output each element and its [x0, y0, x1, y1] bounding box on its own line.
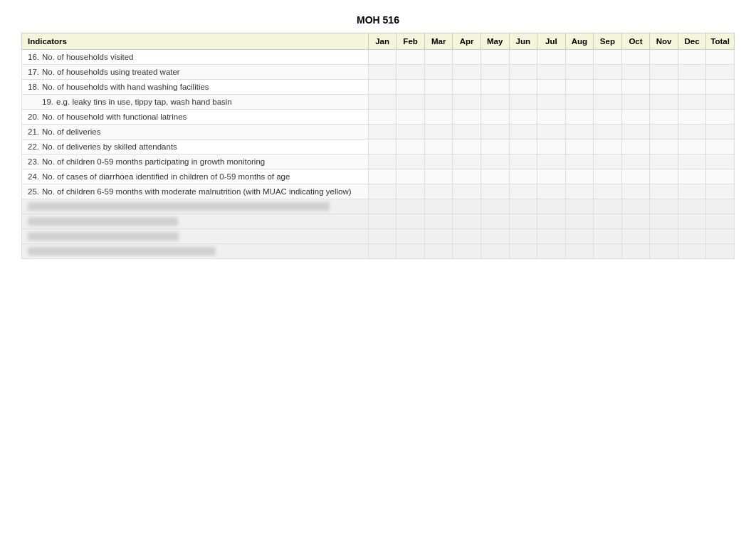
data-cell-22-5[interactable]: [509, 140, 537, 155]
data-cell-25-12[interactable]: [706, 184, 735, 199]
data-cell-19-11[interactable]: [678, 95, 706, 110]
data-cell-27b-7[interactable]: [565, 229, 594, 244]
data-cell-20-0[interactable]: [368, 110, 397, 125]
data-cell-17-7[interactable]: [565, 65, 594, 80]
data-cell-19-8[interactable]: [594, 95, 622, 110]
data-cell-21-4[interactable]: [481, 125, 509, 140]
data-cell-19-2[interactable]: [424, 95, 453, 110]
data-cell-27b-2[interactable]: [424, 229, 453, 244]
data-cell-24-3[interactable]: [453, 169, 481, 184]
data-cell-28-8[interactable]: [594, 244, 622, 259]
data-cell-26-5[interactable]: [509, 199, 537, 214]
data-cell-22-4[interactable]: [481, 140, 509, 155]
data-cell-20-9[interactable]: [621, 110, 650, 125]
data-cell-28-2[interactable]: [424, 244, 453, 259]
data-cell-18-7[interactable]: [565, 80, 594, 95]
data-cell-27-3[interactable]: [453, 214, 481, 229]
data-cell-28-5[interactable]: [509, 244, 537, 259]
data-cell-20-1[interactable]: [397, 110, 425, 125]
data-cell-27-10[interactable]: [650, 214, 678, 229]
data-cell-20-10[interactable]: [650, 110, 678, 125]
data-cell-16-11[interactable]: [678, 50, 706, 65]
data-cell-23-0[interactable]: [368, 155, 397, 169]
data-cell-17-5[interactable]: [509, 65, 537, 80]
data-cell-19-12[interactable]: [706, 95, 735, 110]
data-cell-17-6[interactable]: [537, 65, 566, 80]
data-cell-21-10[interactable]: [650, 125, 678, 140]
data-cell-25-1[interactable]: [397, 184, 425, 199]
data-cell-23-4[interactable]: [481, 155, 509, 169]
data-cell-24-1[interactable]: [397, 169, 425, 184]
data-cell-25-2[interactable]: [424, 184, 453, 199]
data-cell-21-2[interactable]: [424, 125, 453, 140]
data-cell-16-4[interactable]: [481, 50, 509, 65]
data-cell-16-8[interactable]: [594, 50, 622, 65]
data-cell-17-2[interactable]: [424, 65, 453, 80]
data-cell-26-12[interactable]: [706, 199, 735, 214]
data-cell-27b-8[interactable]: [594, 229, 622, 244]
data-cell-27b-0[interactable]: [368, 229, 397, 244]
data-cell-27-9[interactable]: [621, 214, 650, 229]
data-cell-23-2[interactable]: [424, 155, 453, 169]
data-cell-28-7[interactable]: [565, 244, 594, 259]
data-cell-23-5[interactable]: [509, 155, 537, 169]
data-cell-23-8[interactable]: [594, 155, 622, 169]
data-cell-23-10[interactable]: [650, 155, 678, 169]
data-cell-25-0[interactable]: [368, 184, 397, 199]
data-cell-27b-5[interactable]: [509, 229, 537, 244]
data-cell-19-5[interactable]: [509, 95, 537, 110]
data-cell-22-6[interactable]: [537, 140, 566, 155]
data-cell-17-1[interactable]: [397, 65, 425, 80]
data-cell-16-12[interactable]: [706, 50, 735, 65]
data-cell-20-4[interactable]: [481, 110, 509, 125]
data-cell-22-11[interactable]: [678, 140, 706, 155]
data-cell-22-3[interactable]: [453, 140, 481, 155]
data-cell-17-0[interactable]: [368, 65, 397, 80]
data-cell-18-5[interactable]: [509, 80, 537, 95]
data-cell-25-11[interactable]: [678, 184, 706, 199]
data-cell-27-7[interactable]: [565, 214, 594, 229]
data-cell-17-8[interactable]: [594, 65, 622, 80]
data-cell-28-9[interactable]: [621, 244, 650, 259]
data-cell-17-12[interactable]: [706, 65, 735, 80]
data-cell-24-12[interactable]: [706, 169, 735, 184]
data-cell-23-12[interactable]: [706, 155, 735, 169]
data-cell-23-3[interactable]: [453, 155, 481, 169]
data-cell-19-6[interactable]: [537, 95, 566, 110]
data-cell-26-7[interactable]: [565, 199, 594, 214]
data-cell-27b-4[interactable]: [481, 229, 509, 244]
data-cell-18-12[interactable]: [706, 80, 735, 95]
data-cell-24-6[interactable]: [537, 169, 566, 184]
data-cell-24-4[interactable]: [481, 169, 509, 184]
data-cell-18-9[interactable]: [621, 80, 650, 95]
data-cell-27b-6[interactable]: [537, 229, 566, 244]
data-cell-26-4[interactable]: [481, 199, 509, 214]
data-cell-26-1[interactable]: [397, 199, 425, 214]
data-cell-21-3[interactable]: [453, 125, 481, 140]
data-cell-26-9[interactable]: [621, 199, 650, 214]
data-cell-19-10[interactable]: [650, 95, 678, 110]
data-cell-27b-3[interactable]: [453, 229, 481, 244]
data-cell-22-10[interactable]: [650, 140, 678, 155]
data-cell-20-2[interactable]: [424, 110, 453, 125]
data-cell-26-6[interactable]: [537, 199, 566, 214]
data-cell-20-6[interactable]: [537, 110, 566, 125]
data-cell-16-7[interactable]: [565, 50, 594, 65]
data-cell-24-2[interactable]: [424, 169, 453, 184]
data-cell-22-12[interactable]: [706, 140, 735, 155]
data-cell-21-7[interactable]: [565, 125, 594, 140]
data-cell-27-5[interactable]: [509, 214, 537, 229]
data-cell-17-11[interactable]: [678, 65, 706, 80]
data-cell-22-1[interactable]: [397, 140, 425, 155]
data-cell-25-3[interactable]: [453, 184, 481, 199]
data-cell-21-5[interactable]: [509, 125, 537, 140]
data-cell-18-3[interactable]: [453, 80, 481, 95]
data-cell-27-0[interactable]: [368, 214, 397, 229]
data-cell-19-3[interactable]: [453, 95, 481, 110]
data-cell-21-1[interactable]: [397, 125, 425, 140]
data-cell-27b-1[interactable]: [397, 229, 425, 244]
data-cell-24-7[interactable]: [565, 169, 594, 184]
data-cell-21-0[interactable]: [368, 125, 397, 140]
data-cell-19-1[interactable]: [397, 95, 425, 110]
data-cell-16-9[interactable]: [621, 50, 650, 65]
